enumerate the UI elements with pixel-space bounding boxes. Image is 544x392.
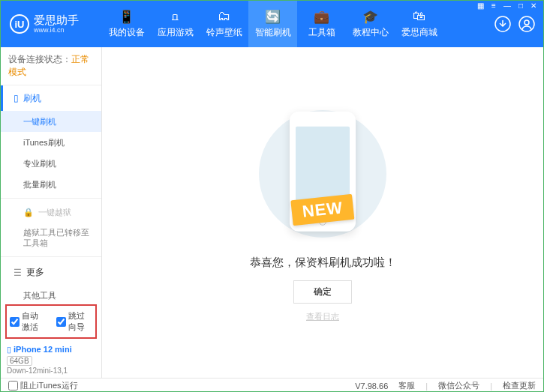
sidebar-item-batch-flash[interactable]: 批量刷机 <box>1 174 101 195</box>
download-icon[interactable] <box>494 15 512 33</box>
skin-icon[interactable]: ≡ <box>490 1 497 10</box>
sidebar-item-itunes-flash[interactable]: iTunes刷机 <box>1 132 101 153</box>
device-capacity: 64GB <box>7 356 32 366</box>
nav-tutorials[interactable]: 🎓教程中心 <box>346 1 395 47</box>
footer-check-update[interactable]: 检查更新 <box>503 380 536 391</box>
app-header: iU 爱思助手 www.i4.cn 📱我的设备 ⩍应用游戏 🗂铃声壁纸 🔄智能刷… <box>1 1 543 47</box>
nav-ringtone-wallpaper[interactable]: 🗂铃声壁纸 <box>200 1 248 47</box>
sidebar-tab-more[interactable]: ☰ 更多 <box>1 260 101 286</box>
svg-point-1 <box>519 16 534 31</box>
ok-button[interactable]: 确定 <box>293 280 352 304</box>
toolbox-icon: 💼 <box>314 9 329 24</box>
phone-icon: 📱 <box>119 9 134 24</box>
device-name: iPhone 12 mini <box>14 345 72 354</box>
maximize-icon[interactable]: □ <box>517 1 524 10</box>
sidebar-item-pro-flash[interactable]: 专业刷机 <box>1 153 101 174</box>
checkbox-auto-activate[interactable]: 自动激活 <box>10 310 46 333</box>
success-message: 恭喜您，保资料刷机成功啦！ <box>250 256 396 270</box>
svg-point-2 <box>524 20 529 25</box>
top-nav: 📱我的设备 ⩍应用游戏 🗂铃声壁纸 🔄智能刷机 💼工具箱 🎓教程中心 🛍爱思商城 <box>102 1 468 47</box>
flash-options: 自动激活 跳过向导 <box>5 304 97 339</box>
device-status: 设备连接状态：正常模式 <box>1 47 101 85</box>
main-content: NEW 恭喜您，保资料刷机成功啦！ 确定 查看日志 <box>102 47 543 378</box>
sidebar-tab-flash[interactable]: ▯ 刷机 <box>1 85 101 111</box>
sidebar-item-onekey-flash[interactable]: 一键刷机 <box>1 111 101 132</box>
app-url: www.i4.cn <box>34 26 79 34</box>
footer: 阻止iTunes运行 V7.98.66 客服 | 微信公众号 | 检查更新 <box>1 378 543 392</box>
user-icon[interactable] <box>518 15 536 33</box>
tutorial-icon: 🎓 <box>362 9 378 24</box>
menu-icon: ☰ <box>14 268 22 278</box>
checkbox-block-itunes[interactable]: 阻止iTunes运行 <box>8 380 78 391</box>
footer-wechat[interactable]: 微信公众号 <box>438 380 479 391</box>
logo-area: iU 爱思助手 www.i4.cn <box>1 1 102 47</box>
sidebar-item-jailbreak: 🔒 一键越狱 <box>1 202 101 223</box>
logo-icon: iU <box>10 14 29 34</box>
flash-icon: 🔄 <box>265 9 281 24</box>
footer-service[interactable]: 客服 <box>398 380 415 391</box>
phone-small-icon: ▯ <box>14 93 19 103</box>
version-label: V7.98.66 <box>355 382 388 391</box>
minimize-icon[interactable]: — <box>502 1 512 10</box>
lock-icon: 🔒 <box>23 208 34 217</box>
nav-apps-games[interactable]: ⩍应用游戏 <box>151 1 200 47</box>
success-illustration: NEW <box>244 103 401 245</box>
apps-icon: ⩍ <box>172 9 179 24</box>
nav-toolbox[interactable]: 💼工具箱 <box>297 1 346 47</box>
nav-my-device[interactable]: 📱我的设备 <box>102 1 151 47</box>
nav-store[interactable]: 🛍爱思商城 <box>395 1 443 47</box>
connected-device[interactable]: ▯ iPhone 12 mini 64GB Down-12mini-13,1 <box>1 342 101 378</box>
store-icon: 🛍 <box>413 9 425 24</box>
wallpaper-icon: 🗂 <box>218 9 230 24</box>
jailbreak-note: 越狱工具已转移至 工具箱 <box>1 223 101 253</box>
close-icon[interactable]: ✕ <box>529 1 538 10</box>
nav-smart-flash[interactable]: 🔄智能刷机 <box>248 1 297 47</box>
window-controls: ▦ ≡ — □ ✕ <box>476 1 538 10</box>
sidebar-item-other-tools[interactable]: 其他工具 <box>1 286 101 300</box>
sidebar: 设备连接状态：正常模式 ▯ 刷机 一键刷机 iTunes刷机 专业刷机 批量刷机… <box>1 47 102 378</box>
checkbox-skip-guide[interactable]: 跳过向导 <box>56 310 92 333</box>
device-desc: Down-12mini-13,1 <box>7 367 68 375</box>
settings-icon[interactable]: ▦ <box>476 1 485 10</box>
app-name: 爱思助手 <box>34 14 79 27</box>
view-log-link[interactable]: 查看日志 <box>306 311 339 322</box>
